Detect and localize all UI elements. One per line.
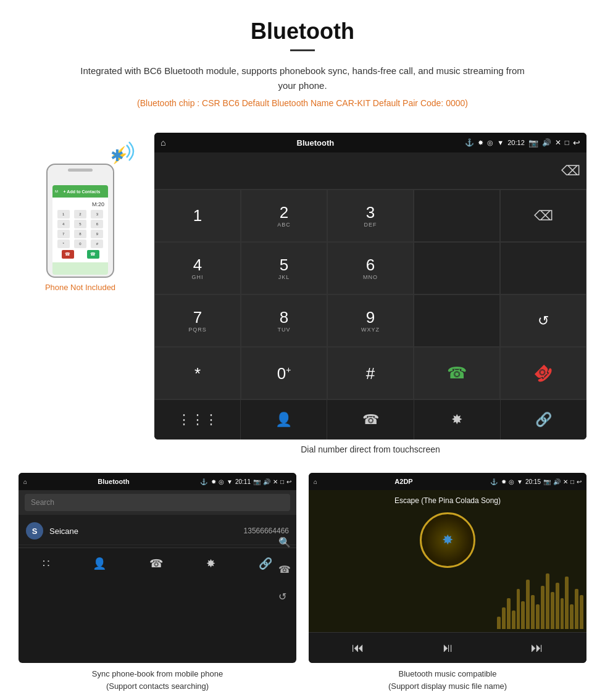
music-home-icon[interactable]: ⌂ <box>314 478 317 485</box>
phonebook-search-box[interactable]: Search <box>25 494 290 511</box>
dial-statusbar: ⌂ Bluetooth ⚓ ✸ ◎ ▼ 20:12 📷 🔊 ✕ □ ↩ <box>154 133 586 152</box>
music-visualizer <box>494 490 586 632</box>
pb-bt-icon: ✸ <box>211 478 216 485</box>
album-bluetooth-icon: ✸ <box>442 532 453 548</box>
signal-icon: ▼ <box>497 139 504 146</box>
music-loc-icon: ◎ <box>509 478 514 485</box>
dial-key-3[interactable]: 3DEF <box>327 190 414 242</box>
pb-person-icon[interactable]: 👤 <box>93 557 106 570</box>
svg-text:✱: ✱ <box>111 146 124 165</box>
dial-key-redial[interactable]: ↺ <box>500 294 586 347</box>
album-art: ✸ <box>420 512 475 568</box>
dial-call-button[interactable]: ☎ <box>414 347 500 399</box>
music-close-icon: ✕ <box>563 478 568 485</box>
dial-key-6[interactable]: 6MNO <box>327 242 414 294</box>
pb-search-right-icon[interactable]: 🔍 <box>278 536 291 548</box>
bluetooth-icon[interactable]: ✸ <box>414 400 501 440</box>
dial-caption: Dial number direct from touchscreen <box>154 444 586 460</box>
backspace-icon[interactable]: ⌫ <box>561 163 580 179</box>
dial-key-8[interactable]: 8TUV <box>241 294 327 347</box>
pb-link-icon[interactable]: 🔗 <box>259 557 272 570</box>
close-icon[interactable]: ✕ <box>555 138 561 147</box>
dial-screen-container: ⌂ Bluetooth ⚓ ✸ ◎ ▼ 20:12 📷 🔊 ✕ □ ↩ <box>154 133 586 460</box>
pb-call-right-icon[interactable]: ☎ <box>278 564 291 575</box>
camera-icon[interactable]: 📷 <box>528 138 538 148</box>
phone-area: ⚡ ✱ M + Add to Contacts <box>19 133 142 292</box>
phone-screen-body: M:20 1 2 3 4 5 6 <box>52 198 108 262</box>
play-pause-button[interactable]: ⏯ <box>441 641 454 655</box>
dial-hangup-button[interactable]: ☎ <box>500 347 586 399</box>
contact-row[interactable]: S Seicane 13566664466 <box>19 517 296 545</box>
pb-bluetooth-icon[interactable]: ✸ <box>206 557 215 570</box>
phone-body: M + Add to Contacts M:20 1 2 3 4 <box>46 164 114 278</box>
dial-device-screen: ⌂ Bluetooth ⚓ ✸ ◎ ▼ 20:12 📷 🔊 ✕ □ ↩ <box>154 133 586 440</box>
song-title: Escape (The Pina Colada Song) <box>394 496 501 505</box>
phone-home-button[interactable] <box>73 277 88 278</box>
music-bt-icon: ✸ <box>501 478 506 485</box>
dial-key-empty-3 <box>500 242 586 294</box>
pb-grid-icon[interactable]: ∷ <box>43 557 49 570</box>
pb-vol-icon: 🔊 <box>263 478 270 485</box>
prev-track-button[interactable]: ⏮ <box>352 641 364 655</box>
pb-back-icon: ↩ <box>286 478 291 485</box>
music-back-icon: ↩ <box>577 478 582 485</box>
pb-cam-icon: 📷 <box>253 478 261 485</box>
dial-key-2[interactable]: 2ABC <box>241 190 327 242</box>
time-display: 20:12 <box>507 139 525 146</box>
music-title: A2DP <box>321 478 486 485</box>
main-content: ⚡ ✱ M + Add to Contacts <box>0 127 605 467</box>
link-icon[interactable]: 🔗 <box>501 400 586 440</box>
dial-key-hash[interactable]: # <box>327 347 414 399</box>
volume-icon[interactable]: 🔊 <box>542 138 551 147</box>
phonebook-device-screen: ⌂ Bluetooth ⚓ ✸ ◎ ▼ 20:11 📷 🔊 ✕ □ ↩ <box>19 473 296 663</box>
dial-key-empty-4 <box>414 294 500 347</box>
music-content: Escape (The Pina Colada Song) ✸ <box>309 490 586 632</box>
phonebook-caption: Sync phone-book from mobile phone (Suppo… <box>19 668 296 692</box>
backspace-cell[interactable]: ⌫ <box>500 190 586 242</box>
contact-avatar: S <box>26 522 43 540</box>
pb-close-icon: ✕ <box>273 478 278 485</box>
music-statusbar: ⌂ A2DP ⚓ ✸ ◎ ▼ 20:15 📷 🔊 ✕ □ ↩ <box>309 473 586 490</box>
bluetooth-specs: (Bluetooth chip : CSR BC6 Default Blueto… <box>12 98 593 108</box>
page-title: Bluetooth <box>12 19 593 44</box>
bluetooth-status-icon: ✸ <box>478 139 483 147</box>
pb-sync-right-icon[interactable]: ↺ <box>278 591 291 602</box>
music-controls: ⏮ ⏯ ⏭ <box>309 632 586 663</box>
dial-key-empty-1 <box>414 190 500 242</box>
window-icon[interactable]: □ <box>565 138 569 147</box>
phone-screen: M + Add to Contacts M:20 1 2 3 4 <box>52 185 108 275</box>
call-log-icon[interactable]: ☎ <box>327 400 414 440</box>
title-divider <box>290 49 315 51</box>
usb-icon: ⚓ <box>465 138 474 147</box>
music-signal-icon: ▼ <box>517 478 523 485</box>
back-icon[interactable]: ↩ <box>573 138 580 148</box>
phonebook-statusbar: ⌂ Bluetooth ⚓ ✸ ◎ ▼ 20:11 📷 🔊 ✕ □ ↩ <box>19 473 296 490</box>
dial-screen-title: Bluetooth <box>169 138 461 148</box>
dial-key-1[interactable]: 1 <box>154 190 241 242</box>
music-cam-icon: 📷 <box>543 478 551 485</box>
dial-key-7[interactable]: 7PQRS <box>154 294 241 347</box>
music-time: 20:15 <box>525 478 541 485</box>
phone-not-included-label: Phone Not Included <box>45 283 115 292</box>
home-icon[interactable]: ⌂ <box>161 138 165 148</box>
music-win-icon: □ <box>570 478 574 485</box>
pb-signal-icon: ▼ <box>227 478 233 485</box>
pb-home-icon[interactable]: ⌂ <box>23 478 27 485</box>
music-usb-icon: ⚓ <box>490 478 498 485</box>
phonebook-actions: ∷ 👤 ☎ ✸ 🔗 <box>19 548 296 578</box>
contacts-icon[interactable]: 👤 <box>241 400 327 440</box>
page-description: Integrated with BC6 Bluetooth module, su… <box>71 64 534 93</box>
dial-key-0[interactable]: 0+ <box>241 347 327 399</box>
dial-key-5[interactable]: 5JKL <box>241 242 327 294</box>
dial-key-empty-2 <box>414 242 500 294</box>
music-device-screen: ⌂ A2DP ⚓ ✸ ◎ ▼ 20:15 📷 🔊 ✕ □ ↩ Escape (T… <box>309 473 586 663</box>
dial-key-star[interactable]: * <box>154 347 241 399</box>
dial-key-9[interactable]: 9WXYZ <box>327 294 414 347</box>
next-track-button[interactable]: ⏭ <box>531 641 543 655</box>
music-vol-icon: 🔊 <box>553 478 561 485</box>
phonebook-list-inner: S Seicane 13566664466 <box>19 515 296 548</box>
pb-phone-icon[interactable]: ☎ <box>149 557 163 570</box>
pb-loc-icon: ◎ <box>219 478 224 485</box>
dialpad-icon[interactable]: ⋮⋮⋮ <box>154 400 241 440</box>
dial-key-4[interactable]: 4GHI <box>154 242 241 294</box>
